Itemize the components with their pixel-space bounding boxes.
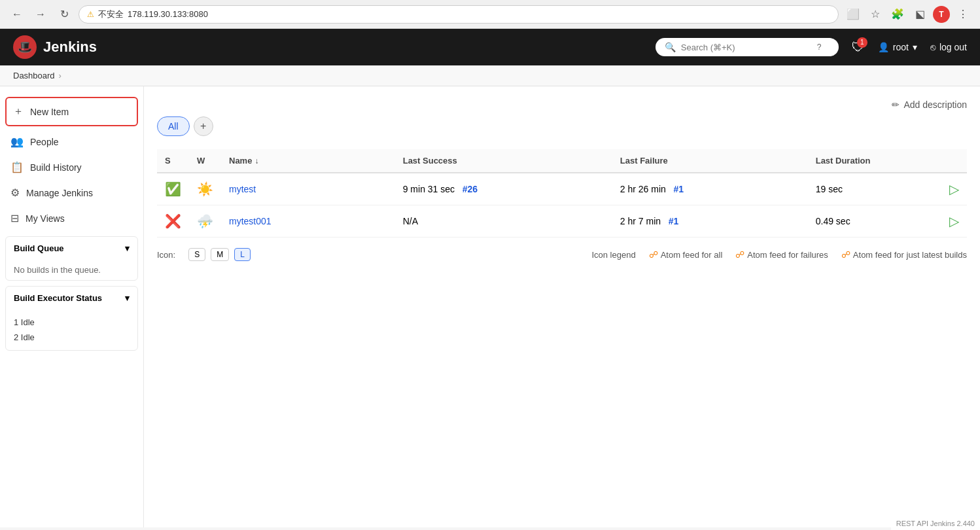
col-header-w: W [189, 149, 221, 173]
name-cell-mytest001: mytest001 [221, 205, 395, 238]
col-header-name[interactable]: Name ↓ [221, 149, 395, 173]
history-icon: 📋 [10, 161, 24, 173]
jenkins-logo-text: Jenkins [43, 39, 97, 56]
last-failure-time-mytest001: 2 hr 7 min [620, 216, 661, 226]
build-executor-content: 1 Idle 2 Idle [6, 309, 137, 350]
atom-feed-all-link[interactable]: ☍ Atom feed for all [649, 249, 723, 260]
last-success-time-mytest: 9 min 31 sec [403, 184, 455, 194]
sidebar-new-item-label: New Item [30, 107, 69, 117]
table-row: ✅ ☀️ mytest 9 min 31 sec #26 2 hr 26 m [157, 173, 967, 205]
last-failure-build-mytest001[interactable]: #1 [669, 216, 679, 226]
atom-feed-all-label: Atom feed for all [661, 250, 723, 260]
col-header-s: S [157, 149, 189, 173]
search-bar[interactable]: 🔍 ? [656, 38, 839, 56]
breadcrumb: Dashboard › [0, 65, 980, 86]
table-row: ❌ ⛈️ mytest001 N/A 2 hr 7 min #1 [157, 205, 967, 238]
user-icon: 👤 [878, 42, 889, 52]
user-dropdown-icon: ▾ [913, 42, 917, 52]
people-icon: 👥 [10, 135, 24, 148]
search-help-icon[interactable]: ? [817, 43, 822, 52]
atom-feed-latest-label: Atom feed for just latest builds [853, 250, 967, 260]
breadcrumb-dashboard[interactable]: Dashboard [13, 71, 55, 80]
icon-size-group: S M L [188, 248, 251, 261]
run-button-mytest[interactable]: ▷ [949, 181, 959, 197]
icon-legend-link[interactable]: Icon legend [591, 250, 635, 260]
atom-feed-failures-link[interactable]: ☍ Atom feed for failures [735, 249, 828, 260]
icon-size-l[interactable]: L [234, 248, 251, 261]
sidebar-item-manage-jenkins[interactable]: ⚙ Manage Jenkins [0, 180, 143, 205]
menu-button[interactable]: ⋮ [954, 5, 972, 24]
build-executor-header[interactable]: Build Executor Status ▾ [6, 287, 137, 309]
views-bar: All + [157, 116, 967, 136]
build-queue-header[interactable]: Build Queue ▾ [6, 237, 137, 260]
run-button-mytest001[interactable]: ▷ [949, 213, 959, 229]
search-icon: 🔍 [665, 42, 676, 52]
sidebar-people-label: People [30, 137, 59, 147]
user-menu[interactable]: 👤 root ▾ [878, 42, 917, 52]
main-layout: ＋ New Item 👥 People 📋 Build History ⚙ Ma… [0, 86, 980, 527]
atom-feed-latest-icon: ☍ [841, 249, 850, 260]
executor-item-2: 2 Idle [14, 330, 130, 345]
col-header-last-success: Last Success [395, 149, 612, 173]
executor-1-number: 1 [14, 317, 18, 327]
plus-icon: ＋ [13, 105, 24, 118]
sidebar-item-people[interactable]: 👥 People [0, 129, 143, 154]
build-queue-section: Build Queue ▾ No builds in the queue. [5, 236, 138, 281]
profile-avatar[interactable]: T [933, 6, 950, 23]
cast-button[interactable]: ⬜ [844, 5, 862, 24]
tab-all[interactable]: All [157, 116, 190, 136]
name-cell-mytest: mytest [221, 173, 395, 205]
sidebar-item-new-item[interactable]: ＋ New Item [5, 97, 138, 126]
sidebar-item-build-history[interactable]: 📋 Build History [0, 154, 143, 180]
forward-button[interactable]: → [31, 5, 50, 24]
build-executor-collapse-icon: ▾ [125, 293, 130, 303]
url-text: 178.119.30.133:8080 [128, 9, 208, 19]
address-bar[interactable]: ⚠ 不安全 178.119.30.133:8080 [79, 5, 839, 24]
build-queue-collapse-icon: ▾ [125, 243, 130, 253]
add-description-label: Add description [903, 99, 967, 110]
status-cell-mytest: ✅ [157, 173, 189, 205]
search-input[interactable] [681, 43, 812, 52]
extensions-button[interactable]: 🧩 [888, 5, 907, 24]
build-queue-empty-text: No builds in the queue. [14, 265, 101, 275]
status-cell-mytest001: ❌ [157, 205, 189, 238]
job-link-mytest[interactable]: mytest [229, 184, 256, 194]
security-warning-icon: ⚠ [87, 10, 94, 19]
last-failure-cell-mytest: 2 hr 26 min #1 [612, 173, 808, 205]
last-success-cell-mytest001: N/A [395, 205, 612, 238]
atom-feed-latest-link[interactable]: ☍ Atom feed for just latest builds [841, 249, 967, 260]
last-success-build-mytest[interactable]: #26 [463, 184, 478, 194]
security-badge: 1 [857, 37, 867, 48]
security-button[interactable]: 🛡 1 [852, 40, 865, 55]
icon-size-m[interactable]: M [211, 248, 229, 261]
browser-actions: ⬜ ☆ 🧩 ⬕ T ⋮ [844, 5, 972, 24]
sidebar: ＋ New Item 👥 People 📋 Build History ⚙ Ma… [0, 86, 144, 527]
sidebar-item-my-views[interactable]: ⊟ My Views [0, 205, 143, 231]
icon-size-s[interactable]: S [188, 248, 205, 261]
build-executor-label: Build Executor Status [14, 293, 102, 303]
logout-button[interactable]: ⎋ log out [930, 42, 967, 52]
job-link-mytest001[interactable]: mytest001 [229, 216, 271, 226]
executor-2-number: 2 [14, 332, 18, 342]
bookmark-button[interactable]: ☆ [866, 5, 884, 24]
col-header-action [938, 149, 967, 173]
last-failure-time-mytest: 2 hr 26 min [620, 184, 666, 194]
sort-arrow-icon: ↓ [254, 156, 258, 166]
refresh-button[interactable]: ↻ [55, 5, 73, 24]
jobs-table: S W Name ↓ Last Success Last Failure Las… [157, 149, 967, 238]
name-sort-button[interactable]: Name ↓ [229, 156, 387, 166]
col-header-last-duration: Last Duration [808, 149, 938, 173]
icon-label: Icon: [157, 250, 175, 260]
last-failure-build-mytest[interactable]: #1 [674, 184, 684, 194]
weather-sun-icon: ☀️ [197, 182, 213, 196]
build-queue-label: Build Queue [14, 243, 64, 253]
add-view-button[interactable]: + [194, 116, 213, 136]
build-executor-section: Build Executor Status ▾ 1 Idle 2 Idle [5, 286, 138, 351]
executor-item-1: 1 Idle [14, 315, 130, 330]
split-button[interactable]: ⬕ [911, 5, 929, 24]
build-queue-content: No builds in the queue. [6, 260, 137, 280]
jenkins-logo[interactable]: 🎩 Jenkins [13, 35, 97, 59]
add-description-button[interactable]: ✏ Add description [892, 99, 967, 110]
back-button[interactable]: ← [8, 5, 26, 24]
last-success-time-mytest001: N/A [403, 216, 418, 226]
